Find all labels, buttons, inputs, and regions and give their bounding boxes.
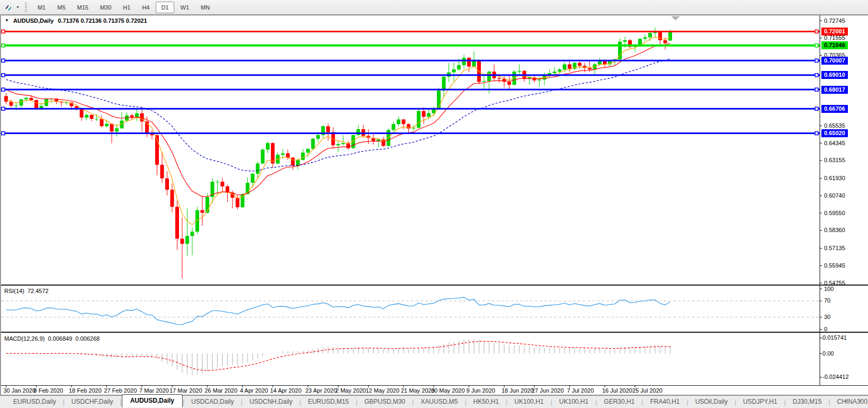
rsi-value: 72.4572 bbox=[28, 288, 49, 294]
chart-title: ▼ AUDUSD,Daily 0.71376 0.72136 0.71375 0… bbox=[5, 17, 147, 24]
chart-ohlc-label: 0.71376 0.72136 0.71375 0.72021 bbox=[58, 17, 147, 24]
tab-USOil-Daily[interactable]: USOil,Daily bbox=[688, 396, 735, 407]
price-badge: 0.70007 bbox=[821, 57, 848, 65]
hline-0.71046[interactable] bbox=[1, 44, 820, 47]
price-tick-label: 0.65535 bbox=[824, 122, 845, 129]
macd-main-value: 0.006849 bbox=[48, 335, 72, 342]
price-tick-label: 0.63155 bbox=[824, 157, 845, 164]
time-axis-label: 14 Apr 2020 bbox=[270, 387, 301, 394]
tab-USDJPY-H1[interactable]: USDJPY,H1 bbox=[736, 396, 784, 407]
macd-signal-value: 0.006268 bbox=[75, 335, 100, 342]
price-badge: 0.71046 bbox=[821, 41, 848, 49]
tab-HK50-H1[interactable]: HK50,H1 bbox=[467, 396, 506, 407]
tab-scroll-left-icon[interactable]: ◄ bbox=[843, 398, 847, 403]
price-tick-label: 0.55945 bbox=[824, 262, 845, 269]
time-axis-label: 18 Jun 2020 bbox=[502, 387, 534, 394]
tab-scroll-arrows: ◄ ► bbox=[843, 398, 863, 403]
hline-handle[interactable] bbox=[2, 44, 5, 47]
tab-DJ30-M15[interactable]: DJ30,M15 bbox=[786, 396, 829, 407]
tab-EURUSD-Daily[interactable]: EURUSD,Daily bbox=[6, 396, 63, 407]
rsi-line bbox=[6, 297, 670, 325]
tab-USDCAD-Daily[interactable]: USDCAD,Daily bbox=[184, 396, 241, 407]
rsi-axis-label: 70 bbox=[824, 297, 830, 304]
time-axis-label: 30 May 2020 bbox=[431, 387, 465, 394]
time-axis-label: 27 Feb 2020 bbox=[104, 387, 137, 394]
time-axis-label: 18 Feb 2020 bbox=[69, 387, 102, 394]
price-tick-label: 0.72745 bbox=[824, 17, 845, 24]
rsi-axis-label: 100 bbox=[824, 286, 834, 292]
tab-USDCNH-Daily[interactable]: USDCNH,Daily bbox=[243, 396, 299, 407]
hline-handle[interactable] bbox=[815, 74, 818, 77]
hline-handle[interactable] bbox=[2, 59, 5, 62]
time-axis-label: 27 Jun 2020 bbox=[532, 387, 564, 394]
time-axis-label: 23 Apr 2020 bbox=[306, 387, 337, 394]
time-axis-label: 2 May 2020 bbox=[336, 387, 366, 394]
price-badge: 0.65020 bbox=[821, 129, 848, 137]
chart-shift-marker-icon[interactable] bbox=[672, 16, 679, 20]
tab-UK100-H1[interactable]: UK100,H1 bbox=[552, 396, 595, 407]
hline-handle[interactable] bbox=[2, 30, 5, 33]
price-badge: 0.66706 bbox=[821, 105, 848, 113]
tab-UK100-H1[interactable]: UK100,H1 bbox=[507, 396, 550, 407]
hline-handle[interactable] bbox=[2, 107, 5, 110]
rsi-name: RSI(14) bbox=[4, 288, 24, 294]
macd-axis-label: -0.024412 bbox=[822, 374, 849, 380]
price-tick-label: 0.58360 bbox=[824, 227, 845, 234]
time-axis-label: 9 Jun 2020 bbox=[467, 387, 495, 394]
price-badge: 0.72001 bbox=[821, 28, 848, 36]
hline-0.70007[interactable] bbox=[1, 59, 820, 62]
time-axis-label: 26 Mar 2020 bbox=[205, 387, 238, 394]
time-axis-label: 7 Jul 2020 bbox=[567, 387, 594, 394]
price-badge: 0.69010 bbox=[821, 71, 848, 79]
macd-pane-label: MACD(12,26,9) 0.006849 0.006268 bbox=[4, 335, 100, 342]
hline-handle[interactable] bbox=[2, 74, 5, 77]
hline-handle[interactable] bbox=[2, 132, 5, 135]
hline-0.6502[interactable] bbox=[1, 132, 820, 135]
title-dropdown-icon: ▼ bbox=[5, 18, 9, 23]
hline-handle[interactable] bbox=[815, 132, 818, 135]
macd-signal-line bbox=[6, 341, 670, 370]
hline-0.66706[interactable] bbox=[1, 107, 820, 110]
time-axis-label: 25 Jul 2020 bbox=[632, 387, 663, 394]
price-badge: 0.68017 bbox=[821, 86, 848, 94]
tab-XAUUSD-M5[interactable]: XAUUSD,M5 bbox=[414, 396, 464, 407]
time-axis-label: 12 May 2020 bbox=[366, 387, 400, 394]
time-axis-label: 21 May 2020 bbox=[401, 387, 435, 394]
hline-handle[interactable] bbox=[815, 88, 818, 91]
price-tick-label: 0.71555 bbox=[824, 34, 845, 41]
price-tick-label: 0.57135 bbox=[824, 245, 845, 252]
price-tick-label: 0.59550 bbox=[824, 210, 845, 217]
chart-tab-bar: EURUSD,Daily|USDCHF,Daily|AUDUSD,Daily|U… bbox=[0, 395, 868, 408]
macd-name: MACD(12,26,9) bbox=[4, 335, 44, 342]
rsi-axis-label: 30 bbox=[824, 314, 830, 321]
hline-handle[interactable] bbox=[815, 59, 818, 62]
rsi-pane-label: RSI(14) 72.4572 bbox=[4, 288, 49, 294]
tab-EURUSD-M15[interactable]: EURUSD,M15 bbox=[301, 396, 355, 407]
hline-handle[interactable] bbox=[815, 44, 818, 47]
hline-handle[interactable] bbox=[815, 107, 818, 110]
candlestick-series[interactable] bbox=[4, 28, 672, 279]
time-axis-label: 16 Jul 2020 bbox=[602, 387, 632, 394]
macd-axis-label: 0.00 bbox=[822, 350, 834, 357]
hline-0.6901[interactable] bbox=[1, 74, 820, 77]
tab-GER30-H1[interactable]: GER30,H1 bbox=[597, 396, 641, 407]
price-tick-label: 0.64345 bbox=[824, 140, 845, 147]
rsi-axis-label: 0 bbox=[824, 326, 827, 333]
tab-FRA40-H1[interactable]: FRA40,H1 bbox=[643, 396, 686, 407]
chart-canvas[interactable] bbox=[0, 0, 868, 408]
hline-0.68017[interactable] bbox=[1, 88, 820, 91]
hline-0.72001[interactable] bbox=[1, 30, 820, 33]
hline-handle[interactable] bbox=[815, 30, 818, 33]
tab-AUDUSD-Daily[interactable]: AUDUSD,Daily bbox=[122, 394, 183, 407]
tab-GBPUSD-M30[interactable]: GBPUSD,M30 bbox=[357, 396, 412, 407]
tab-USDCHF-Daily[interactable]: USDCHF,Daily bbox=[65, 396, 120, 407]
price-tick-label: 0.61930 bbox=[824, 175, 845, 182]
hline-handle[interactable] bbox=[2, 88, 5, 91]
time-axis-label: 17 Mar 2020 bbox=[169, 387, 202, 394]
time-axis-label: 8 Feb 2020 bbox=[34, 387, 64, 394]
time-axis-label: 30 Jan 2020 bbox=[4, 387, 36, 394]
macd-histogram bbox=[6, 339, 670, 375]
pane-borders bbox=[0, 15, 868, 395]
macd-axis-label: 0.015741 bbox=[822, 334, 847, 341]
tab-scroll-right-icon[interactable]: ► bbox=[858, 398, 863, 403]
